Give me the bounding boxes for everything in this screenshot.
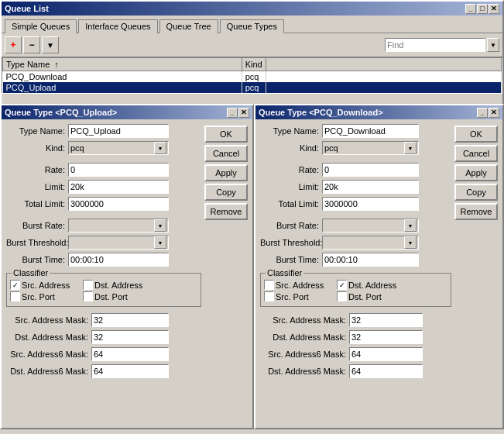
dl-rate-row: Rate:	[260, 163, 451, 177]
queue-list-table-container: Type Name ↑ Kind PCQ_Download pcq PCQ_Up…	[2, 57, 502, 94]
dl-dst-port-label: Dst. Port	[348, 292, 382, 301]
burst-rate-select[interactable]: ▼	[68, 219, 169, 232]
limit-row: Limit:	[6, 180, 201, 194]
tab-simple-queues[interactable]: Simple Queues	[5, 19, 77, 33]
dl-src-address-item: Src. Address	[264, 280, 334, 290]
rate-input[interactable]	[68, 163, 169, 177]
tab-interface-queues[interactable]: Interface Queues	[78, 19, 157, 33]
download-min-btn[interactable]: _	[477, 108, 488, 118]
dl-dst-port-checkbox[interactable]	[337, 291, 347, 301]
kind-select[interactable]: pcq ▼	[68, 141, 169, 155]
title-bar-buttons: _ □ ✕	[465, 4, 499, 14]
maximize-btn[interactable]: □	[477, 4, 488, 14]
table-row[interactable]: PCQ_Download pcq	[3, 71, 502, 83]
download-remove-btn[interactable]: Remove	[454, 203, 498, 220]
dl-burst-time-row: Burst Time:	[260, 253, 451, 267]
src-addr-mask-row: Src. Address Mask:	[6, 313, 201, 327]
close-btn[interactable]: ✕	[489, 4, 499, 14]
dl-src-address-label: Src. Address	[276, 281, 324, 290]
dl-src-addr6-mask-row: Src. Address6 Mask:	[260, 347, 451, 361]
download-cancel-btn[interactable]: Cancel	[454, 145, 498, 162]
queue-list-table: Type Name ↑ Kind PCQ_Download pcq PCQ_Up…	[2, 58, 502, 93]
burst-rate-arrow[interactable]: ▼	[154, 219, 166, 232]
dst-addr-mask-input[interactable]	[91, 330, 169, 344]
burst-threshold-label: Burst Threshold:	[6, 238, 68, 247]
filter-button[interactable]: ▼	[42, 36, 59, 53]
burst-threshold-arrow[interactable]: ▼	[154, 236, 166, 249]
dl-src-addr-mask-label: Src. Address Mask:	[260, 315, 349, 325]
burst-rate-row: Burst Rate: ▼	[6, 219, 201, 232]
tab-queue-tree[interactable]: Queue Tree	[159, 19, 218, 33]
src-port-checkbox[interactable]	[10, 291, 20, 301]
dl-dst-addr6-mask-input[interactable]	[349, 364, 423, 378]
find-dropdown-btn[interactable]: ▼	[487, 38, 499, 52]
dl-kind-row: Kind: pcq ▼	[260, 141, 451, 155]
src-addr6-mask-input[interactable]	[91, 347, 169, 361]
dl-limit-label: Limit:	[260, 182, 322, 191]
src-addr-mask-label: Src. Address Mask:	[6, 315, 91, 325]
download-dialog-title: Queue Type <PCQ_Download> _ ✕	[255, 105, 502, 119]
dl-burst-time-input[interactable]	[322, 253, 419, 267]
dl-total-limit-input[interactable]	[322, 197, 419, 211]
dl-src-addr-mask-input[interactable]	[349, 313, 423, 327]
limit-input[interactable]	[68, 180, 169, 194]
dl-rate-input[interactable]	[322, 163, 419, 177]
upload-remove-btn[interactable]: Remove	[204, 203, 248, 220]
dl-type-name-input[interactable]	[322, 124, 419, 138]
minimize-btn[interactable]: _	[465, 4, 476, 14]
src-port-label: Src. Port	[22, 292, 55, 301]
dl-limit-input[interactable]	[322, 180, 419, 194]
upload-apply-btn[interactable]: Apply	[204, 164, 248, 181]
src-address-checkbox[interactable]	[10, 280, 20, 290]
col-type-name[interactable]: Type Name ↑	[3, 58, 242, 71]
upload-copy-btn[interactable]: Copy	[204, 184, 248, 201]
kind-label: Kind:	[6, 143, 68, 153]
upload-ok-btn[interactable]: OK	[204, 126, 248, 143]
src-address-item: Src. Address	[10, 280, 80, 290]
download-ok-btn[interactable]: OK	[454, 126, 498, 143]
dl-kind-select[interactable]: pcq ▼	[322, 141, 419, 155]
burst-threshold-select[interactable]: ▼	[68, 236, 169, 250]
dl-burst-time-label: Burst Time:	[260, 255, 322, 264]
dst-address-checkbox[interactable]	[83, 280, 93, 290]
dl-src-address-checkbox[interactable]	[264, 280, 274, 290]
dl-src-addr6-mask-input[interactable]	[349, 347, 423, 361]
find-input[interactable]	[385, 38, 485, 52]
upload-close-btn[interactable]: ✕	[238, 108, 249, 118]
dl-src-port-label: Src. Port	[276, 292, 309, 301]
col-kind[interactable]: Kind	[242, 58, 266, 71]
remove-button[interactable]: −	[23, 36, 40, 53]
download-close-btn[interactable]: ✕	[489, 108, 499, 118]
dl-total-limit-row: Total Limit:	[260, 197, 451, 211]
dl-type-name-label: Type Name:	[260, 126, 322, 136]
burst-time-input[interactable]	[68, 253, 169, 267]
dst-port-checkbox[interactable]	[83, 291, 93, 301]
dl-burst-threshold-select[interactable]: ▼	[322, 236, 419, 250]
dst-addr6-mask-input[interactable]	[91, 364, 169, 378]
download-dialog-title-text: Queue Type <PCQ_Download>	[259, 108, 383, 117]
dl-classifier-row2: Src. Port Dst. Port	[264, 291, 447, 301]
dl-src-port-checkbox[interactable]	[264, 291, 274, 301]
dl-burst-rate-select[interactable]: ▼	[322, 219, 419, 232]
add-button[interactable]: +	[5, 36, 22, 53]
dl-burst-rate-arrow[interactable]: ▼	[404, 219, 417, 232]
upload-title-btns: _ ✕	[227, 108, 249, 118]
type-name-input[interactable]	[68, 124, 169, 138]
dl-dst-addr-mask-input[interactable]	[349, 330, 423, 344]
dl-dst-address-checkbox[interactable]	[337, 280, 347, 290]
dl-kind-arrow[interactable]: ▼	[404, 142, 417, 154]
upload-cancel-btn[interactable]: Cancel	[204, 145, 248, 162]
table-row[interactable]: PCQ_Upload pcq	[3, 82, 502, 93]
download-form: Type Name: Kind: pcq ▼ Rate: Limit:	[260, 124, 451, 381]
upload-min-btn[interactable]: _	[227, 108, 238, 118]
src-addr-mask-input[interactable]	[91, 313, 169, 327]
dl-burst-rate-label: Burst Rate:	[260, 221, 322, 230]
total-limit-input[interactable]	[68, 197, 169, 211]
dl-dst-port-item: Dst. Port	[337, 291, 406, 301]
dl-burst-threshold-arrow[interactable]: ▼	[404, 236, 417, 249]
classifier-row2: Src. Port Dst. Port	[10, 291, 197, 301]
download-copy-btn[interactable]: Copy	[454, 184, 498, 201]
kind-select-arrow[interactable]: ▼	[154, 142, 166, 154]
tab-queue-types[interactable]: Queue Types	[220, 19, 284, 33]
download-apply-btn[interactable]: Apply	[454, 164, 498, 181]
